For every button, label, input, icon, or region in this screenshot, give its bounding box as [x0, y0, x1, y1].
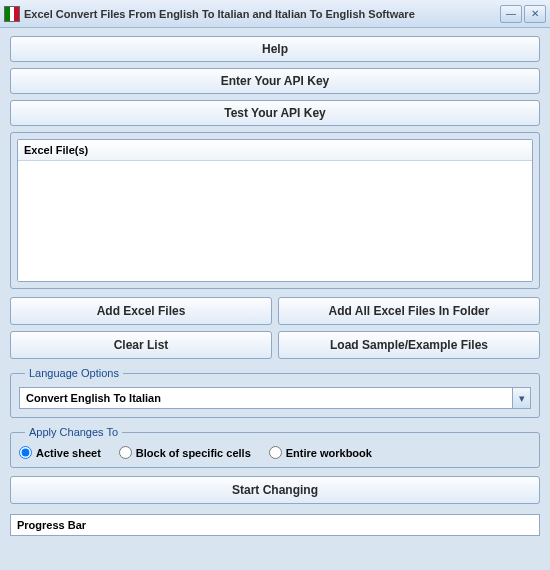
- progress-bar-label: Progress Bar: [17, 519, 86, 531]
- window-title: Excel Convert Files From English To Ital…: [24, 8, 498, 20]
- load-sample-button[interactable]: Load Sample/Example Files: [278, 331, 540, 359]
- language-options-fieldset: Language Options Convert English To Ital…: [10, 367, 540, 418]
- add-folder-button[interactable]: Add All Excel Files In Folder: [278, 297, 540, 325]
- file-list-body[interactable]: [18, 161, 532, 281]
- test-api-key-button[interactable]: Test Your API Key: [10, 100, 540, 126]
- radio-active-sheet[interactable]: Active sheet: [19, 446, 101, 459]
- titlebar: Excel Convert Files From English To Ital…: [0, 0, 550, 28]
- language-select[interactable]: Convert English To Italian ▾: [19, 387, 531, 409]
- chevron-down-icon: ▾: [512, 388, 530, 408]
- help-button[interactable]: Help: [10, 36, 540, 62]
- content-area: Help Enter Your API Key Test Your API Ke…: [0, 28, 550, 544]
- close-button[interactable]: ✕: [524, 5, 546, 23]
- radio-active-sheet-label: Active sheet: [36, 447, 101, 459]
- apply-changes-legend: Apply Changes To: [25, 426, 122, 438]
- language-options-legend: Language Options: [25, 367, 123, 379]
- add-excel-files-button[interactable]: Add Excel Files: [10, 297, 272, 325]
- enter-api-key-button[interactable]: Enter Your API Key: [10, 68, 540, 94]
- file-list-panel: Excel File(s): [10, 132, 540, 289]
- radio-block-cells-label: Block of specific cells: [136, 447, 251, 459]
- file-buttons-grid: Add Excel Files Add All Excel Files In F…: [10, 297, 540, 359]
- radio-entire-workbook-input[interactable]: [269, 446, 282, 459]
- language-select-value: Convert English To Italian: [20, 392, 512, 404]
- radio-entire-workbook-label: Entire workbook: [286, 447, 372, 459]
- file-list-header: Excel File(s): [18, 140, 532, 161]
- progress-bar: Progress Bar: [10, 514, 540, 536]
- file-list[interactable]: Excel File(s): [17, 139, 533, 282]
- minimize-button[interactable]: —: [500, 5, 522, 23]
- apply-changes-fieldset: Apply Changes To Active sheet Block of s…: [10, 426, 540, 468]
- radio-block-cells-input[interactable]: [119, 446, 132, 459]
- apply-radio-group: Active sheet Block of specific cells Ent…: [19, 446, 531, 459]
- radio-entire-workbook[interactable]: Entire workbook: [269, 446, 372, 459]
- radio-block-cells[interactable]: Block of specific cells: [119, 446, 251, 459]
- app-icon: [4, 6, 20, 22]
- radio-active-sheet-input[interactable]: [19, 446, 32, 459]
- start-changing-button[interactable]: Start Changing: [10, 476, 540, 504]
- clear-list-button[interactable]: Clear List: [10, 331, 272, 359]
